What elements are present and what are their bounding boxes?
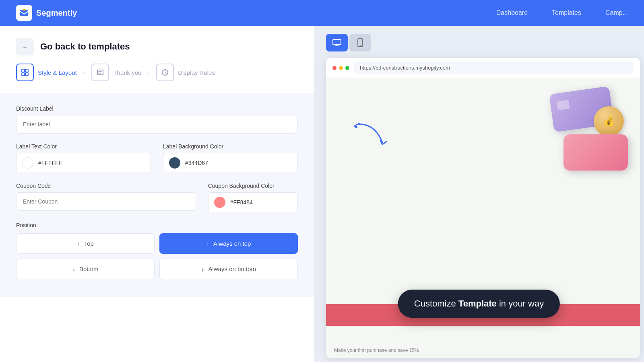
position-bottom-label: Bottom xyxy=(79,265,99,272)
coupon-code-label: Coupon Code xyxy=(16,183,196,189)
coupon-bg-color-input[interactable]: #FF8484 xyxy=(208,192,298,212)
label-text-color-value: #FFFFFF xyxy=(38,160,62,166)
label-bg-color-dot xyxy=(169,157,180,169)
label-text-color-input[interactable]: #FFFFFF xyxy=(16,153,151,173)
position-grid: ↑ Top ↑ Always on top ↓ Bottom ↓ Always … xyxy=(16,233,298,279)
position-top-label: Top xyxy=(84,240,94,247)
step-arrow-1: › xyxy=(83,69,85,76)
main-layout: ← Go back to templates Style & Layout › xyxy=(0,26,644,362)
wallet-visual xyxy=(564,134,628,171)
coupon-bg-color-label: Coupon Background Color xyxy=(208,183,298,189)
step-thank-you[interactable]: Thank you xyxy=(91,64,141,81)
step-3-label: Display Rules xyxy=(178,69,215,76)
label-bg-color-value: #344D67 xyxy=(185,160,208,166)
left-panel: ← Go back to templates Style & Layout › xyxy=(0,26,314,362)
nav-dashboard[interactable]: Dashboard xyxy=(496,9,528,16)
svg-rect-1 xyxy=(23,9,26,10)
coupon-code-group: Coupon Code xyxy=(16,183,196,212)
position-always-top-button[interactable]: ↑ Always on top xyxy=(159,233,298,254)
label-text-color-label: Label Text Color xyxy=(16,143,151,150)
svg-point-12 xyxy=(358,123,360,125)
svg-rect-8 xyxy=(333,39,341,45)
step-1-label: Style & Layout xyxy=(38,69,77,76)
label-text-color-dot xyxy=(22,157,33,169)
label-text-color-group: Label Text Color #FFFFFF xyxy=(16,143,151,173)
arrow-down-icon: ↓ xyxy=(72,265,75,272)
label-bg-color-group: Label Background Color #344D67 xyxy=(163,143,298,173)
position-always-top-label: Always on top xyxy=(213,240,251,247)
back-button[interactable]: ← xyxy=(16,38,34,56)
position-always-bottom-label: Always on bottom xyxy=(208,265,256,272)
step-arrow-2: › xyxy=(148,69,150,76)
arrow-up-icon: ↑ xyxy=(77,240,80,247)
back-section: ← Go back to templates xyxy=(0,26,314,64)
coupon-bg-color-value: #FF8484 xyxy=(230,199,253,206)
browser-content: 💰 SUMMER 2021 Make your first xyxy=(326,78,640,358)
logo: Segmently xyxy=(16,5,77,21)
discount-label-input[interactable] xyxy=(16,115,298,134)
discount-label-group: Discount Label xyxy=(16,105,298,134)
coin-visual: 💰 xyxy=(594,106,624,136)
browser-url: https://bd-constructions.myshopify.com xyxy=(354,62,634,74)
logo-icon xyxy=(16,5,32,21)
illustration-area: 💰 xyxy=(547,90,628,171)
mobile-view-button[interactable] xyxy=(349,34,371,51)
position-label: Position xyxy=(16,222,298,228)
step-display-rules[interactable]: Display Rules xyxy=(156,64,215,81)
page-title: Go back to templates xyxy=(40,41,130,52)
coupon-row: Coupon Code Coupon Background Color #FF8… xyxy=(16,183,298,212)
svg-rect-6 xyxy=(97,70,103,75)
header-nav: Dashboard Templates Camp... xyxy=(496,9,628,16)
form-section: Discount Label Label Text Color #FFFFFF … xyxy=(0,93,314,297)
label-bg-color-input[interactable]: #344D67 xyxy=(163,153,298,173)
arrow-always-up-icon: ↑ xyxy=(206,240,210,247)
arrow-decoration xyxy=(350,118,390,160)
svg-rect-5 xyxy=(25,73,28,76)
position-always-bottom-button[interactable]: ↓ Always on bottom xyxy=(159,259,298,279)
device-switcher xyxy=(326,34,371,51)
svg-rect-3 xyxy=(25,69,28,72)
header: Segmently Dashboard Templates Camp... xyxy=(0,0,644,26)
save-text: Make your first purchase and save 15% xyxy=(334,347,419,354)
step-2-label: Thank you xyxy=(113,69,141,76)
summer-banner: SUMMER 2021 xyxy=(326,304,640,326)
step-style-layout[interactable]: Style & Layout xyxy=(16,64,77,81)
back-arrow-icon: ← xyxy=(22,44,27,50)
coupon-bg-color-dot xyxy=(214,197,225,208)
position-top-button[interactable]: ↑ Top xyxy=(16,233,155,254)
svg-point-10 xyxy=(360,45,361,46)
coupon-code-input[interactable] xyxy=(16,192,196,211)
browser-bar: https://bd-constructions.myshopify.com xyxy=(326,58,640,78)
label-bg-color-label: Label Background Color xyxy=(163,143,298,150)
svg-rect-2 xyxy=(22,69,25,72)
position-group: Position ↑ Top ↑ Always on top ↓ Bottom xyxy=(16,222,298,279)
nav-camp[interactable]: Camp... xyxy=(605,9,628,16)
app-title: Segmently xyxy=(36,8,77,18)
svg-point-11 xyxy=(355,126,357,128)
step-3-icon xyxy=(156,64,174,81)
right-panel: https://bd-constructions.myshopify.com 💰 xyxy=(314,26,644,362)
nav-templates[interactable]: Templates xyxy=(552,9,581,16)
steps-nav: Style & Layout › Thank you › xyxy=(0,64,314,93)
discount-label-text: Discount Label xyxy=(16,105,298,112)
step-1-icon xyxy=(16,64,34,81)
color-row: Label Text Color #FFFFFF Label Backgroun… xyxy=(16,143,298,173)
arrow-always-down-icon: ↓ xyxy=(201,265,204,272)
position-bottom-button[interactable]: ↓ Bottom xyxy=(16,259,155,279)
svg-rect-4 xyxy=(22,73,25,76)
coupon-bg-color-group: Coupon Background Color #FF8484 xyxy=(208,183,298,212)
step-2-icon xyxy=(91,64,109,81)
svg-rect-0 xyxy=(20,10,28,16)
desktop-view-button[interactable] xyxy=(326,34,348,51)
browser-preview: https://bd-constructions.myshopify.com 💰 xyxy=(326,58,640,358)
